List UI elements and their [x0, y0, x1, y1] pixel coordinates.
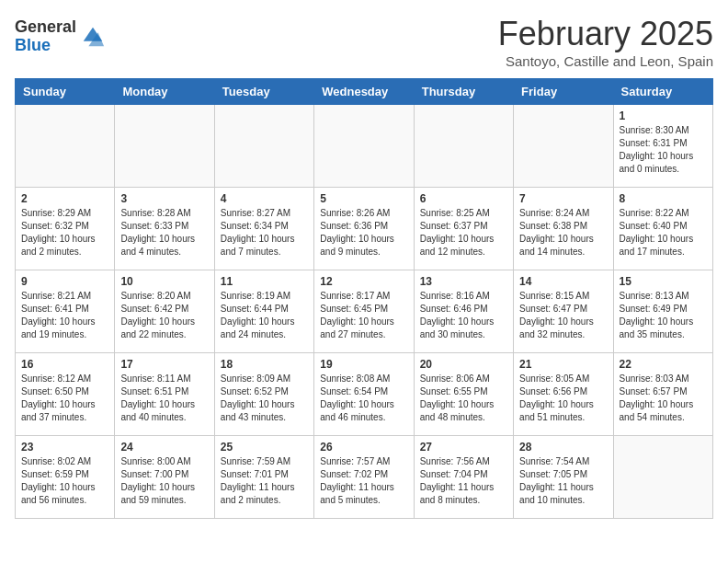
day-number: 10: [120, 275, 208, 288]
calendar-cell: [314, 105, 414, 188]
day-number: 21: [519, 358, 607, 371]
calendar: SundayMondayTuesdayWednesdayThursdayFrid…: [15, 78, 713, 519]
calendar-cell: [514, 105, 613, 188]
day-number: 18: [221, 358, 308, 371]
day-number: 9: [21, 275, 108, 288]
day-info: Sunrise: 8:25 AM Sunset: 6:37 PM Dayligh…: [420, 207, 507, 259]
calendar-cell: 21Sunrise: 8:05 AM Sunset: 6:56 PM Dayli…: [514, 353, 613, 436]
day-info: Sunrise: 8:15 AM Sunset: 6:47 PM Dayligh…: [519, 290, 607, 341]
day-number: 14: [519, 275, 607, 288]
day-number: 23: [21, 441, 108, 454]
calendar-header-row: SundayMondayTuesdayWednesdayThursdayFrid…: [16, 79, 713, 105]
subtitle: Santoyo, Castille and Leon, Spain: [498, 53, 713, 69]
day-info: Sunrise: 8:13 AM Sunset: 6:49 PM Dayligh…: [620, 290, 707, 341]
calendar-cell: 20Sunrise: 8:06 AM Sunset: 6:55 PM Dayli…: [414, 353, 513, 436]
day-number: 11: [221, 275, 308, 288]
day-number: 28: [519, 441, 607, 454]
logo: General Blue: [15, 18, 106, 55]
week-row-2: 2Sunrise: 8:29 AM Sunset: 6:32 PM Daylig…: [16, 188, 713, 270]
day-info: Sunrise: 8:27 AM Sunset: 6:34 PM Dayligh…: [221, 207, 308, 259]
logo-blue: Blue: [15, 37, 76, 55]
day-number: 12: [320, 275, 407, 288]
day-info: Sunrise: 8:24 AM Sunset: 6:38 PM Dayligh…: [519, 207, 607, 259]
week-row-5: 23Sunrise: 8:02 AM Sunset: 6:59 PM Dayli…: [16, 436, 713, 519]
day-info: Sunrise: 8:05 AM Sunset: 6:56 PM Dayligh…: [519, 373, 607, 424]
day-info: Sunrise: 8:30 AM Sunset: 6:31 PM Dayligh…: [620, 124, 707, 176]
day-info: Sunrise: 8:28 AM Sunset: 6:33 PM Dayligh…: [120, 207, 208, 259]
day-info: Sunrise: 8:06 AM Sunset: 6:55 PM Dayligh…: [420, 373, 507, 424]
day-number: 15: [620, 275, 707, 288]
calendar-cell: 8Sunrise: 8:22 AM Sunset: 6:40 PM Daylig…: [613, 188, 712, 270]
calendar-cell: 12Sunrise: 8:17 AM Sunset: 6:45 PM Dayli…: [314, 270, 414, 353]
month-title: February 2025: [498, 15, 713, 53]
day-info: Sunrise: 8:12 AM Sunset: 6:50 PM Dayligh…: [21, 373, 108, 424]
calendar-cell: 25Sunrise: 7:59 AM Sunset: 7:01 PM Dayli…: [214, 436, 313, 519]
week-row-3: 9Sunrise: 8:21 AM Sunset: 6:41 PM Daylig…: [16, 270, 713, 353]
calendar-cell: 26Sunrise: 7:57 AM Sunset: 7:02 PM Dayli…: [314, 436, 414, 519]
day-number: 3: [120, 192, 208, 205]
calendar-cell: 13Sunrise: 8:16 AM Sunset: 6:46 PM Dayli…: [414, 270, 513, 353]
calendar-cell: 27Sunrise: 7:56 AM Sunset: 7:04 PM Dayli…: [414, 436, 513, 519]
day-info: Sunrise: 8:21 AM Sunset: 6:41 PM Dayligh…: [21, 290, 108, 341]
day-number: 27: [420, 441, 507, 454]
calendar-cell: 1Sunrise: 8:30 AM Sunset: 6:31 PM Daylig…: [613, 105, 712, 188]
day-info: Sunrise: 8:11 AM Sunset: 6:51 PM Dayligh…: [120, 373, 208, 424]
calendar-cell: 23Sunrise: 8:02 AM Sunset: 6:59 PM Dayli…: [16, 436, 115, 519]
day-number: 16: [21, 358, 108, 371]
column-header-wednesday: Wednesday: [314, 79, 414, 105]
calendar-cell: [115, 105, 214, 188]
calendar-cell: 18Sunrise: 8:09 AM Sunset: 6:52 PM Dayli…: [214, 353, 313, 436]
week-row-1: 1Sunrise: 8:30 AM Sunset: 6:31 PM Daylig…: [16, 105, 713, 188]
day-number: 19: [320, 358, 407, 371]
calendar-cell: [613, 436, 712, 519]
day-number: 4: [221, 192, 308, 205]
column-header-monday: Monday: [115, 79, 214, 105]
calendar-cell: 5Sunrise: 8:26 AM Sunset: 6:36 PM Daylig…: [314, 188, 414, 270]
day-number: 24: [120, 441, 208, 454]
day-info: Sunrise: 8:22 AM Sunset: 6:40 PM Dayligh…: [620, 207, 707, 259]
week-row-4: 16Sunrise: 8:12 AM Sunset: 6:50 PM Dayli…: [16, 353, 713, 436]
day-info: Sunrise: 8:02 AM Sunset: 6:59 PM Dayligh…: [21, 455, 108, 507]
day-info: Sunrise: 8:08 AM Sunset: 6:54 PM Dayligh…: [320, 373, 407, 424]
day-number: 20: [420, 358, 507, 371]
calendar-cell: 22Sunrise: 8:03 AM Sunset: 6:57 PM Dayli…: [613, 353, 712, 436]
column-header-tuesday: Tuesday: [214, 79, 313, 105]
column-header-saturday: Saturday: [613, 79, 712, 105]
calendar-cell: 28Sunrise: 7:54 AM Sunset: 7:05 PM Dayli…: [514, 436, 613, 519]
day-info: Sunrise: 8:00 AM Sunset: 7:00 PM Dayligh…: [120, 455, 208, 507]
calendar-cell: 17Sunrise: 8:11 AM Sunset: 6:51 PM Dayli…: [115, 353, 214, 436]
day-number: 13: [420, 275, 507, 288]
day-info: Sunrise: 7:57 AM Sunset: 7:02 PM Dayligh…: [320, 455, 407, 507]
logo-icon: [80, 24, 106, 50]
calendar-cell: 6Sunrise: 8:25 AM Sunset: 6:37 PM Daylig…: [414, 188, 513, 270]
day-number: 26: [320, 441, 407, 454]
day-info: Sunrise: 8:19 AM Sunset: 6:44 PM Dayligh…: [221, 290, 308, 341]
calendar-cell: [214, 105, 313, 188]
day-number: 5: [320, 192, 407, 205]
day-info: Sunrise: 8:17 AM Sunset: 6:45 PM Dayligh…: [320, 290, 407, 341]
title-area: February 2025 Santoyo, Castille and Leon…: [498, 15, 713, 69]
header: General Blue February 2025 Santoyo, Cast…: [15, 15, 713, 69]
day-number: 22: [620, 358, 707, 371]
day-number: 17: [120, 358, 208, 371]
day-number: 1: [620, 109, 707, 122]
calendar-cell: 7Sunrise: 8:24 AM Sunset: 6:38 PM Daylig…: [514, 188, 613, 270]
day-info: Sunrise: 8:16 AM Sunset: 6:46 PM Dayligh…: [420, 290, 507, 341]
calendar-cell: 24Sunrise: 8:00 AM Sunset: 7:00 PM Dayli…: [115, 436, 214, 519]
column-header-thursday: Thursday: [414, 79, 513, 105]
calendar-cell: 3Sunrise: 8:28 AM Sunset: 6:33 PM Daylig…: [115, 188, 214, 270]
calendar-cell: 15Sunrise: 8:13 AM Sunset: 6:49 PM Dayli…: [613, 270, 712, 353]
column-header-friday: Friday: [514, 79, 613, 105]
day-info: Sunrise: 8:29 AM Sunset: 6:32 PM Dayligh…: [21, 207, 108, 259]
calendar-cell: 2Sunrise: 8:29 AM Sunset: 6:32 PM Daylig…: [16, 188, 115, 270]
day-number: 25: [221, 441, 308, 454]
day-number: 2: [21, 192, 108, 205]
day-info: Sunrise: 7:54 AM Sunset: 7:05 PM Dayligh…: [519, 455, 607, 507]
calendar-cell: 19Sunrise: 8:08 AM Sunset: 6:54 PM Dayli…: [314, 353, 414, 436]
calendar-cell: [16, 105, 115, 188]
day-number: 6: [420, 192, 507, 205]
logo-general: General: [15, 18, 76, 37]
calendar-cell: 14Sunrise: 8:15 AM Sunset: 6:47 PM Dayli…: [514, 270, 613, 353]
calendar-cell: 10Sunrise: 8:20 AM Sunset: 6:42 PM Dayli…: [115, 270, 214, 353]
calendar-cell: 11Sunrise: 8:19 AM Sunset: 6:44 PM Dayli…: [214, 270, 313, 353]
